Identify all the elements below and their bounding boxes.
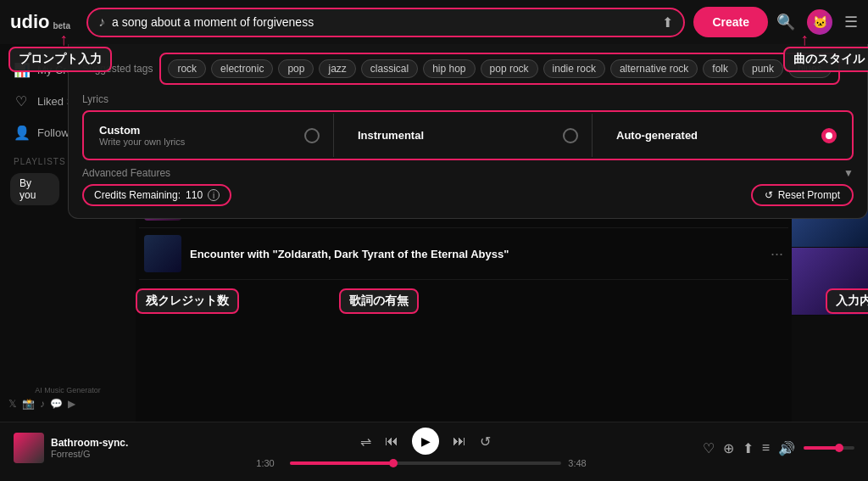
playlist-tab-0[interactable]: By you — [10, 173, 59, 205]
social-icon-3[interactable]: 💬 — [50, 398, 63, 410]
lyrics-section: Lyrics Custom Write your own lyrics Inst… — [82, 93, 854, 160]
tag-hip-hop[interactable]: hip hop — [423, 59, 475, 78]
dropdown-panel: Manual Mode Suggested tags rockelectroni… — [68, 44, 868, 219]
info-icon[interactable]: i — [208, 189, 220, 201]
ai-label: AI Music Generator — [0, 384, 136, 396]
volume-fill — [804, 446, 839, 450]
progress-dot — [389, 459, 398, 467]
tag-punk[interactable]: punk — [743, 59, 783, 78]
app-name: udio — [10, 11, 49, 33]
advanced-features-label: Advanced Features — [82, 167, 170, 179]
social-icon-1[interactable]: 📸 — [22, 398, 35, 410]
tags-container: rockelectronicpopjazzclassicalhip hoppop… — [159, 53, 839, 85]
player-thumb-info: Bathroom-sync. Forrest/G — [14, 433, 149, 463]
chevron-down-icon: ▼ — [843, 167, 854, 179]
share-button[interactable]: ⬆ — [743, 440, 754, 456]
total-time: 3:48 — [568, 458, 595, 468]
suggested-tags-row: Suggested tags rockelectronicpopjazzclas… — [82, 53, 854, 85]
player-right: ♡ ⊕ ⬆ ≡ 🔊 — [703, 440, 854, 456]
progress-fill — [290, 461, 393, 465]
beta-label: beta — [53, 21, 70, 31]
credits-reset-row: Credits Remaining: 110 i ↺ Reset Prompt — [82, 184, 854, 206]
download-button[interactable]: ⊕ — [723, 440, 734, 456]
current-time: 1:30 — [256, 458, 283, 468]
lyrics-option-title: Custom — [99, 124, 185, 137]
player-artist: Forrest/G — [51, 449, 128, 459]
repeat-button[interactable]: ↺ — [480, 433, 491, 450]
manual-mode-label: Manual Mode — [797, 54, 854, 64]
social-icons: 𝕏📸♪💬▶ — [0, 396, 136, 411]
advanced-features[interactable]: Advanced Features ▼ — [82, 160, 854, 184]
radio-circle-1[interactable] — [563, 128, 578, 143]
avatar[interactable]: 🐱 — [807, 9, 832, 35]
music-icon: ♪ — [98, 14, 105, 30]
top-icons: 🔍 🐱 ☰ — [776, 9, 858, 35]
lyrics-option-title: Auto-generated — [616, 129, 698, 142]
social-icon-2[interactable]: ♪ — [40, 398, 45, 410]
sidebar-icon-0: 📊 — [14, 62, 29, 78]
social-icon-0[interactable]: 𝕏 — [8, 398, 17, 410]
volume-bar[interactable] — [804, 446, 854, 450]
song-title-3: Encounter with "Zoldarath, Dark Tyrant o… — [190, 248, 762, 260]
progress-row: 1:30 3:48 — [256, 458, 595, 468]
radio-circle-0[interactable] — [304, 128, 320, 143]
sidebar-icon-1: ♡ — [14, 93, 29, 109]
lyrics-option-title: Instrumental — [358, 129, 424, 142]
tag-indie-rock[interactable]: indie rock — [543, 59, 605, 78]
reset-label: Reset Prompt — [778, 189, 840, 201]
lyrics-option-1[interactable]: Instrumental — [344, 114, 593, 157]
upload-icon[interactable]: ⬆ — [662, 14, 673, 31]
next-button[interactable]: ⏭ — [453, 433, 466, 449]
player-thumbnail — [14, 433, 44, 463]
tag-rock[interactable]: rock — [168, 59, 206, 78]
tag-jazz[interactable]: jazz — [319, 59, 355, 78]
prompt-area: ♪ ⬆ — [86, 8, 685, 37]
prompt-input[interactable] — [112, 15, 655, 29]
player-controls-row: Bathroom-sync. Forrest/G ⇌ ⏮ ▶ ⏭ ↺ 1:30 — [14, 428, 854, 468]
lyrics-options: Custom Write your own lyrics Instrumenta… — [82, 110, 854, 160]
bottom-player: Bathroom-sync. Forrest/G ⇌ ⏮ ▶ ⏭ ↺ 1:30 — [0, 422, 868, 481]
player-song-name: Bathroom-sync. — [51, 437, 128, 449]
lyrics-label: Lyrics — [82, 93, 854, 105]
tag-alternative-rock[interactable]: alternative rock — [610, 59, 698, 78]
lyrics-option-sub: Write your own lyrics — [99, 137, 185, 147]
song-more-button-3[interactable]: ··· — [771, 245, 783, 263]
sidebar-icon-2: 👤 — [14, 125, 29, 141]
tag-electronic[interactable]: electronic — [211, 59, 273, 78]
shuffle-button[interactable]: ⇌ — [360, 433, 371, 450]
tag-pop-rock[interactable]: pop rock — [481, 59, 538, 78]
volume-icon: 🔊 — [778, 440, 795, 456]
app-logo: udio beta — [10, 11, 78, 33]
tag-folk[interactable]: folk — [703, 59, 737, 78]
suggested-tags-label: Suggested tags — [82, 63, 153, 75]
like-button[interactable]: ♡ — [703, 440, 715, 456]
right-panel-item[interactable] — [792, 248, 868, 316]
lyrics-option-2[interactable]: Auto-generated — [603, 114, 850, 157]
menu-icon[interactable]: ☰ — [844, 13, 858, 31]
song-item-3[interactable]: Encounter with "Zoldarath, Dark Tyrant o… — [139, 228, 788, 280]
search-icon[interactable]: 🔍 — [776, 13, 795, 31]
lyrics-option-0[interactable]: Custom Write your own lyrics — [86, 114, 334, 157]
top-bar: udio beta ♪ ⬆ Create 🔍 🐱 ☰ Manual Mode S… — [0, 0, 868, 44]
prev-button[interactable]: ⏮ — [385, 433, 398, 449]
create-button[interactable]: Create — [693, 7, 768, 37]
reset-icon: ↺ — [765, 189, 773, 201]
song-thumbnail-3 — [144, 235, 181, 272]
player-center: ⇌ ⏮ ▶ ⏭ ↺ 1:30 3:48 — [158, 428, 694, 468]
credits-label: Credits Remaining: — [94, 189, 181, 201]
credits-value: 110 — [186, 189, 203, 201]
reset-button[interactable]: ↺ Reset Prompt — [751, 184, 854, 206]
player-song-details: Bathroom-sync. Forrest/G — [51, 437, 128, 459]
play-button[interactable]: ▶ — [412, 428, 439, 455]
social-icon-4[interactable]: ▶ — [68, 398, 75, 410]
player-buttons: ⇌ ⏮ ▶ ⏭ ↺ — [360, 428, 491, 455]
song-info-3: Encounter with "Zoldarath, Dark Tyrant o… — [190, 248, 762, 260]
queue-button[interactable]: ≡ — [762, 440, 770, 456]
tag-pop[interactable]: pop — [278, 59, 314, 78]
tag-classical[interactable]: classical — [361, 59, 418, 78]
radio-circle-2[interactable] — [821, 128, 837, 143]
credits-badge: Credits Remaining: 110 i — [82, 184, 231, 206]
volume-dot — [835, 444, 843, 452]
progress-bar[interactable] — [290, 461, 561, 465]
